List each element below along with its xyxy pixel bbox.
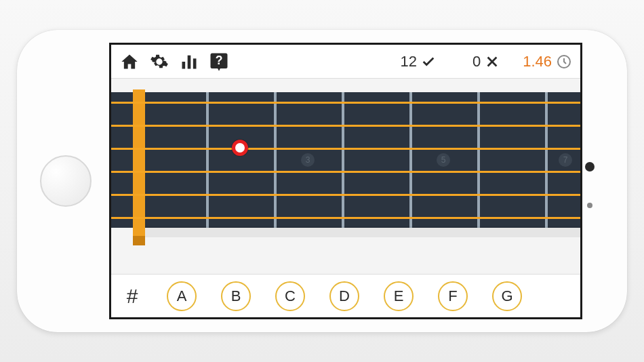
string[interactable] xyxy=(111,125,580,127)
svg-text:?: ? xyxy=(216,53,223,66)
stats-icon[interactable] xyxy=(179,52,199,72)
app-screen: ? 12 0 1.46 xyxy=(109,43,582,319)
fret-marker: 3 xyxy=(301,153,315,167)
note-button-d[interactable]: D xyxy=(329,281,359,311)
phone-sensor xyxy=(587,203,592,208)
string[interactable] xyxy=(111,194,580,196)
check-icon xyxy=(421,54,436,69)
fret-line xyxy=(545,92,548,228)
string[interactable] xyxy=(111,217,580,219)
home-icon[interactable] xyxy=(119,52,140,72)
correct-counter: 12 xyxy=(400,53,435,71)
svg-rect-2 xyxy=(193,58,197,68)
svg-marker-4 xyxy=(218,67,221,71)
wrong-count: 0 xyxy=(472,53,481,71)
timer: 1.46 xyxy=(523,53,572,71)
note-button-b[interactable]: B xyxy=(221,281,251,311)
timer-value: 1.46 xyxy=(523,53,552,71)
fret-marker: 5 xyxy=(437,153,450,167)
phone-frame: ? 12 0 1.46 xyxy=(17,30,627,332)
gear-icon[interactable] xyxy=(149,52,169,72)
cross-icon xyxy=(485,54,500,69)
sharp-toggle[interactable]: # xyxy=(122,285,142,308)
correct-count: 12 xyxy=(400,53,416,71)
fret-marker: 7 xyxy=(559,153,572,167)
wrong-counter: 0 xyxy=(472,53,500,71)
phone-home-button xyxy=(40,155,92,207)
string[interactable] xyxy=(111,171,580,173)
phone-camera xyxy=(585,162,595,172)
note-button-f[interactable]: F xyxy=(438,281,468,311)
note-button-e[interactable]: E xyxy=(384,281,414,311)
svg-rect-0 xyxy=(182,62,186,69)
string[interactable] xyxy=(111,148,580,150)
target-note-marker xyxy=(232,140,248,156)
fretboard[interactable]: 3 5 7 xyxy=(111,92,580,228)
help-icon[interactable]: ? xyxy=(209,52,229,72)
fret-line xyxy=(342,92,344,228)
fret-line xyxy=(409,92,412,228)
fret-line xyxy=(274,92,277,228)
clock-icon xyxy=(556,54,572,70)
note-button-a[interactable]: A xyxy=(167,281,197,311)
note-button-c[interactable]: C xyxy=(275,281,305,311)
svg-rect-1 xyxy=(188,55,191,68)
fret-line xyxy=(477,92,480,228)
note-selector: # A B C D E F G xyxy=(111,274,580,317)
note-button-g[interactable]: G xyxy=(492,281,522,311)
fret-line xyxy=(206,92,209,228)
fretboard-area: 3 5 7 xyxy=(111,79,580,274)
string[interactable] xyxy=(111,102,580,104)
topbar: ? 12 0 1.46 xyxy=(111,45,580,79)
fretboard-shadow xyxy=(145,226,580,237)
